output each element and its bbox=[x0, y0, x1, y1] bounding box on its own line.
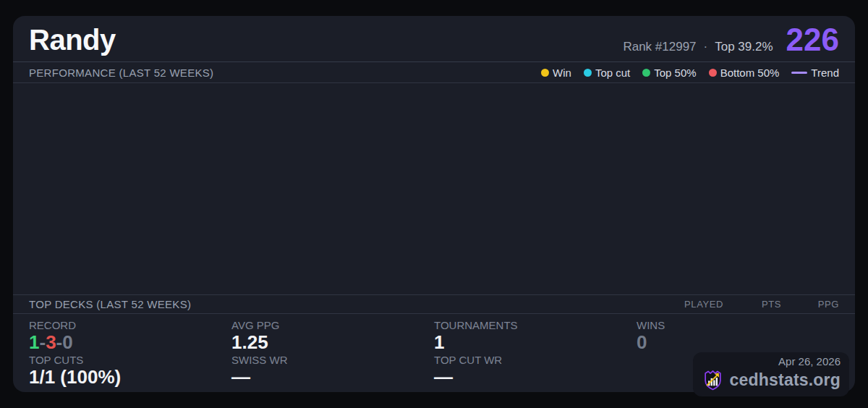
legend-item-top-cut: Top cut bbox=[584, 67, 630, 79]
legend-label: Trend bbox=[811, 67, 839, 79]
stat-label: TOP CUT WR bbox=[434, 354, 637, 367]
performance-section-bar: PERFORMANCE (LAST 52 WEEKS) Win Top cut … bbox=[13, 62, 855, 83]
score-value: 226 bbox=[786, 26, 839, 53]
stat-label: RECORD bbox=[29, 319, 231, 332]
stat-label: WINS bbox=[637, 319, 839, 332]
legend-item-bottom50: Bottom 50% bbox=[709, 67, 780, 79]
top50-dot-icon bbox=[642, 69, 650, 77]
stat-top-cut-wr: TOP CUT WR — bbox=[434, 354, 637, 397]
top-decks-section-bar: TOP DECKS (LAST 52 WEEKS) PLAYED PTS PPG bbox=[13, 294, 855, 314]
record-wins: 1 bbox=[29, 331, 39, 353]
column-header-pts: PTS bbox=[723, 299, 781, 310]
bottom50-dot-icon bbox=[709, 69, 717, 77]
wins-value: 0 bbox=[637, 332, 839, 354]
top-cut-wr-value: — bbox=[434, 367, 637, 388]
stats-grid: RECORD 1-3-0 AVG PPG 1.25 TOURNAMENTS 1 … bbox=[13, 314, 855, 392]
performance-chart-area bbox=[13, 83, 855, 294]
stat-label: SWISS WR bbox=[231, 354, 434, 367]
record-draws: 0 bbox=[62, 331, 72, 353]
legend-item-top50: Top 50% bbox=[642, 67, 696, 79]
top-percent-label: Top 39.2% bbox=[715, 40, 773, 54]
win-dot-icon bbox=[541, 69, 549, 77]
legend-label: Bottom 50% bbox=[720, 67, 780, 79]
stat-tournaments: TOURNAMENTS 1 bbox=[434, 319, 637, 354]
stat-top-cuts: TOP CUTS 1/1 (100%) bbox=[29, 354, 231, 397]
performance-section-title: PERFORMANCE (LAST 52 WEEKS) bbox=[29, 67, 213, 79]
stat-wins: WINS 0 bbox=[637, 319, 839, 354]
rank-separator: · bbox=[704, 40, 708, 54]
legend-label: Top cut bbox=[595, 67, 630, 79]
top-cut-dot-icon bbox=[584, 69, 592, 77]
stat-label: AVG PPG bbox=[231, 319, 434, 332]
legend-label: Win bbox=[553, 67, 571, 79]
trend-line-icon bbox=[791, 72, 807, 74]
legend-label: Top 50% bbox=[654, 67, 696, 79]
column-header-played: PLAYED bbox=[658, 299, 723, 310]
stat-record: RECORD 1-3-0 bbox=[29, 319, 231, 354]
stat-label: TOURNAMENTS bbox=[434, 319, 637, 332]
stat-swiss-wr: SWISS WR — bbox=[231, 354, 434, 397]
stats-card-page: { "colors": { "page_bg": "#0a0b0e", "car… bbox=[0, 0, 868, 408]
top-decks-column-headers: PLAYED PTS PPG bbox=[658, 299, 839, 310]
player-name: Randy bbox=[29, 25, 116, 54]
stat-avg-ppg: AVG PPG 1.25 bbox=[231, 319, 434, 354]
brand-row: cedhstats.org bbox=[702, 369, 841, 391]
legend-item-trend: Trend bbox=[791, 67, 839, 79]
brand-badge: Apr 26, 2026 cedhstats.org bbox=[693, 352, 849, 397]
record-losses: 3 bbox=[46, 331, 56, 353]
chart-legend: Win Top cut Top 50% Bottom 50% Trend bbox=[541, 67, 839, 79]
header-right: Rank #12997·Top 39.2% 226 bbox=[623, 26, 839, 54]
footer-cell: Apr 26, 2026 cedhstats.org bbox=[637, 354, 839, 397]
legend-item-win: Win bbox=[541, 67, 571, 79]
card-date: Apr 26, 2026 bbox=[778, 354, 841, 369]
record-separator: - bbox=[56, 331, 63, 353]
avg-ppg-value: 1.25 bbox=[231, 332, 434, 354]
top-decks-section-title: TOP DECKS (LAST 52 WEEKS) bbox=[29, 298, 191, 310]
player-stats-card: Randy Rank #12997·Top 39.2% 226 PERFORMA… bbox=[13, 16, 855, 392]
swiss-wr-value: — bbox=[231, 367, 434, 388]
stat-label: TOP CUTS bbox=[29, 354, 231, 367]
column-header-ppg: PPG bbox=[781, 299, 839, 310]
top-cuts-value: 1/1 (100%) bbox=[29, 367, 231, 388]
record-separator: - bbox=[39, 331, 46, 353]
rank-label: Rank #12997 bbox=[623, 40, 696, 54]
record-value: 1-3-0 bbox=[29, 332, 231, 354]
rank-group: Rank #12997·Top 39.2% bbox=[623, 40, 773, 54]
cedhstats-shield-logo-icon bbox=[702, 369, 724, 391]
site-name: cedhstats.org bbox=[730, 370, 841, 390]
card-header: Randy Rank #12997·Top 39.2% 226 bbox=[13, 16, 855, 62]
tournaments-value: 1 bbox=[434, 332, 637, 354]
